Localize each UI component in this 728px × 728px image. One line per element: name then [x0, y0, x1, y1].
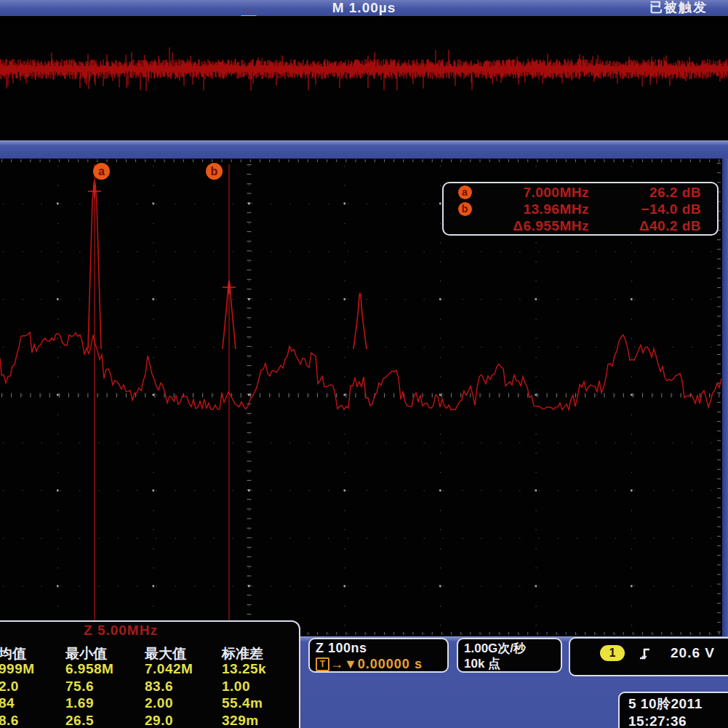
datetime-box: 5 10朎2011 15:27:36 [618, 692, 728, 728]
channel-1-badge: 1 [600, 645, 625, 661]
oscilloscope-screen: { "top_bar": { "timebase": "M 1.00\u00b5… [0, 0, 728, 728]
cursor-a-level: 26.2 dB [589, 185, 701, 201]
table-cell: 13.25k [222, 661, 266, 678]
col-header-mean: 均值 [0, 644, 65, 661]
sample-rate-readout: 1.00G次/秒 [464, 641, 561, 656]
table-cell: 8.6 [0, 713, 65, 728]
col-header-max: 最大值 [145, 644, 222, 661]
table-cell: 84 [0, 695, 65, 712]
top-status-bar: M 1.00µs 已被触发 [0, 0, 728, 16]
record-length-readout: 10k 点 [464, 656, 561, 671]
trigger-delay-readout: →▼0.00000 s [330, 657, 423, 672]
fft-spectrum-view: a b a 7.000MHz 26.2 dB b 13.96MHz −14.0 … [0, 159, 728, 636]
right-bezel-strip [722, 159, 728, 636]
cursor-a-frequency: 7.000MHz [486, 185, 589, 201]
separator-bar [0, 140, 728, 159]
table-cell: 29.0 [145, 713, 222, 728]
cursor-delta-frequency: Δ6.955MHz [486, 218, 589, 234]
time-domain-view [0, 16, 728, 140]
table-cell: 55.4m [222, 695, 266, 712]
table-cell: 6.958M [65, 661, 145, 678]
time-domain-trace [0, 16, 728, 140]
table-cell: 2.00 [145, 695, 222, 712]
cursor-b-level: −14.0 dB [589, 201, 701, 217]
rising-edge-icon [638, 647, 652, 661]
acquisition-box: 1.00G次/秒 10k 点 [457, 638, 562, 673]
zoom-timebase-readout: Z 100ns [316, 641, 447, 656]
channel-box: 1 20.6 V [569, 637, 728, 676]
main-timebase-readout: M 1.00µs [0, 0, 728, 16]
measurement-panel: Z 5.00MHz 均值 最小值 最大值 标准差 999M 6.958M 7.0… [0, 620, 300, 728]
cursor-delta-level: Δ40.2 dB [589, 218, 701, 234]
measurement-table: 均值 最小值 最大值 标准差 999M 6.958M 7.042M 13.25k… [0, 644, 266, 728]
cursor-a-icon: a [458, 185, 472, 199]
table-cell: 1.00 [222, 679, 266, 695]
table-cell: 83.6 [145, 679, 222, 695]
date-readout: 5 10朎2011 [628, 695, 728, 713]
trigger-status-text: 已被触发 [649, 0, 708, 16]
table-cell: 75.6 [65, 679, 145, 695]
table-cell: 7.042M [145, 661, 222, 678]
table-cell: 2.0 [0, 679, 65, 695]
time-readout: 15:27:36 [628, 713, 728, 728]
col-header-stddev: 标准差 [222, 644, 266, 661]
table-cell: 26.5 [65, 713, 145, 728]
cursor-b-marker: b [206, 163, 223, 180]
cursor-b-frequency: 13.96MHz [486, 201, 589, 217]
cursor-readout-box: a 7.000MHz 26.2 dB b 13.96MHz −14.0 dB Δ… [442, 182, 719, 236]
channel-scale-readout: 20.6 V [671, 645, 715, 661]
fft-zoom-scale-label: Z 5.00MHz [84, 623, 158, 639]
table-cell: 329m [222, 713, 266, 728]
trigger-t-icon: T [316, 657, 329, 671]
cursor-a-marker: a [93, 163, 110, 180]
zoom-timebase-box: Z 100ns T →▼0.00000 s [308, 638, 449, 673]
table-cell: 999M [0, 661, 65, 678]
col-header-min: 最小值 [65, 644, 145, 661]
table-cell: 1.69 [65, 695, 145, 712]
cursor-b-icon: b [458, 202, 472, 216]
